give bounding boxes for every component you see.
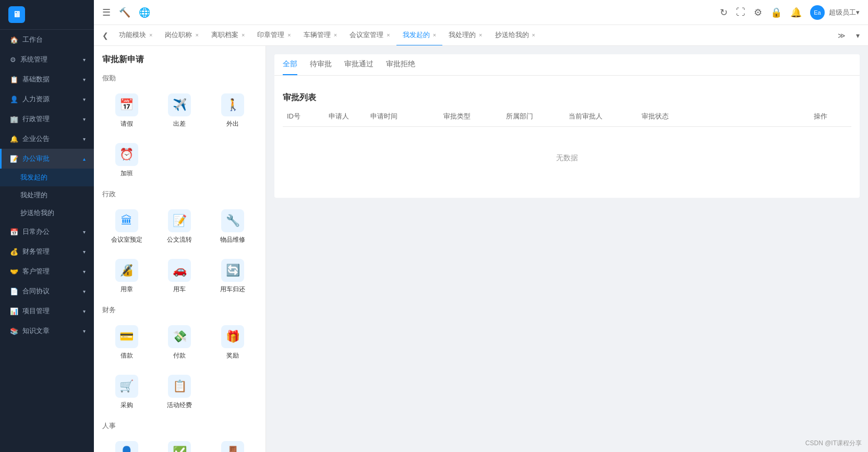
go-out-label: 外出 [226,120,239,128]
tab-close-seal-manage[interactable]: × [287,32,291,38]
doc-transfer-icon: 📝 [168,209,191,232]
sidebar-item-hr[interactable]: 👤 人力资源 ▾ [0,89,94,109]
use-seal-label: 用章 [120,285,133,294]
icon-return-car[interactable]: 🔄 用车归还 [208,254,257,299]
filter-tab-rejected[interactable]: 审批拒绝 [386,54,415,75]
sidebar-item-knowledge[interactable]: 📚 知识文章 ▾ [0,321,94,341]
tab-function-module[interactable]: 功能模块 × [113,25,159,46]
sidebar-item-finance[interactable]: 💰 财务管理 ▾ [0,242,94,261]
equipment-repair-label: 物品维修 [220,235,245,244]
tab-my-initiated[interactable]: 我发起的 × [396,25,442,46]
tab-close-resign-file[interactable]: × [242,32,245,38]
globe-icon[interactable]: 🌐 [139,7,150,18]
sidebar-item-announcement[interactable]: 🔔 企业公告 ▾ [0,129,94,149]
approval-list-panel: 全部 待审批 审批通过 审批拒绝 审批列表 ID号 [266,46,868,452]
tab-menu-dropdown[interactable]: ▾ [852,31,864,40]
tab-close-function-module[interactable]: × [149,32,152,38]
sidebar-item-customer[interactable]: 🤝 客户管理 ▾ [0,261,94,281]
leave-grid: 📅 请假 ✈️ 出差 🚶 外出 ⏰ 加班 [102,88,257,183]
sidebar-sub-item-my-initiated[interactable]: 我发起的 [0,169,94,186]
overtime-icon: ⏰ [115,143,138,166]
project-icon: 📊 [10,307,18,315]
sidebar-label-contract: 合同协议 [22,287,50,296]
user-info[interactable]: Ea 超级员工▾ [810,5,860,20]
fullscreen-icon[interactable]: ⛶ [736,7,745,18]
filter-tab-pending[interactable]: 待审批 [310,54,332,75]
use-car-icon: 🚗 [168,259,191,282]
icon-equipment-repair[interactable]: 🔧 物品维修 [208,204,257,249]
tab-close-my-handling[interactable]: × [479,32,482,38]
icon-loan[interactable]: 💳 借款 [102,320,151,365]
admin-grid: 🏛 会议室预定 📝 公文流转 🔧 物品维修 🔏 用章 🚗 用车 [102,204,257,299]
tab-vehicle-manage[interactable]: 车辆管理 × [297,25,343,46]
user-name: 超级员工▾ [829,8,860,17]
tab-nav-right[interactable]: ≫ [834,31,850,40]
tab-my-handling[interactable]: 我处理的 × [442,25,488,46]
tab-meeting-manage[interactable]: 会议室管理 × [343,25,396,46]
menu-toggle-icon[interactable]: ☰ [102,7,111,18]
tab-cc-to-me[interactable]: 抄送给我的 × [489,25,541,46]
tools-icon[interactable]: 🔨 [119,7,130,18]
tab-close-my-initiated[interactable]: × [433,32,436,38]
icon-use-car[interactable]: 🚗 用车 [155,254,204,299]
sidebar-item-office-approval[interactable]: 📝 办公审批 ▴ [0,149,94,169]
business-trip-icon: ✈️ [168,93,191,116]
sidebar-item-daily[interactable]: 📅 日常办公 ▾ [0,222,94,242]
tab-close-job-title[interactable]: × [195,32,198,38]
icon-meeting-booking[interactable]: 🏛 会议室预定 [102,204,151,249]
sidebar-label-announcement: 企业公告 [22,134,50,144]
table-header: ID号 申请人 申请时间 审批类型 所属部门 当前审批人 审批状态 操作 [283,112,851,127]
filter-tab-approved[interactable]: 审批通过 [344,54,373,75]
return-car-label: 用车归还 [220,285,245,294]
icon-activity-expense[interactable]: 📋 活动经费 [155,370,204,415]
filter-tab-all[interactable]: 全部 [283,54,297,75]
icon-purchase[interactable]: 🛒 采购 [102,370,151,415]
icon-payment[interactable]: 💸 付款 [155,320,204,365]
sidebar-sub-item-my-handling[interactable]: 我处理的 [0,186,94,204]
refresh-icon[interactable]: ↻ [720,7,728,18]
tab-close-meeting-manage[interactable]: × [387,32,390,38]
icon-use-seal[interactable]: 🔏 用章 [102,254,151,299]
lock-icon[interactable]: 🔒 [770,7,782,18]
tab-seal-manage[interactable]: 印章管理 × [251,25,297,46]
sidebar-item-admin[interactable]: 🏢 行政管理 ▾ [0,109,94,129]
tab-nav-left[interactable]: ❮ [98,31,113,40]
sidebar-item-basic-data[interactable]: 📋 基础数据 ▾ [0,69,94,89]
sidebar-item-system[interactable]: ⚙ 系统管理 ▾ [0,50,94,69]
loan-icon: 💳 [115,325,138,348]
icon-reward[interactable]: 🎁 奖励 [208,320,257,365]
tab-job-title[interactable]: 岗位职称 × [159,25,204,46]
tab-close-cc-to-me[interactable]: × [532,32,535,38]
contract-icon: 📄 [10,288,18,295]
icon-overtime[interactable]: ⏰ 加班 [102,138,151,183]
sidebar-label-basic-data: 基础数据 [22,75,50,84]
meeting-booking-icon: 🏛 [115,209,138,232]
chevron-down-icon: ▾ [83,229,86,235]
tab-resign-file[interactable]: 离职档案 × [205,25,251,46]
go-out-icon: 🚶 [221,93,244,116]
sidebar-item-contract[interactable]: 📄 合同协议 ▾ [0,281,94,301]
settings-icon[interactable]: ⚙ [754,7,762,18]
icon-go-out[interactable]: 🚶 外出 [208,88,257,134]
sidebar-item-workbench[interactable]: 🏠 工作台 [0,30,94,50]
sidebar-sub-item-cc-to-me[interactable]: 抄送给我的 [0,204,94,222]
payment-icon: 💸 [168,325,191,348]
notification-icon[interactable]: 🔔 [790,7,802,18]
chevron-down-icon: ▾ [83,289,86,294]
chevron-down-icon: ▾ [83,77,86,82]
icon-regularize[interactable]: ✅ 转正 [155,436,204,452]
empty-state: 无数据 [283,127,851,189]
chevron-down-icon: ▾ [83,308,86,314]
icon-onboard[interactable]: 👤 入职 [102,436,151,452]
onboard-icon: 👤 [115,441,138,452]
sidebar-label-admin: 行政管理 [22,114,50,124]
icon-business-trip[interactable]: ✈️ 出差 [155,88,204,134]
chevron-down-icon: ▾ [83,249,86,255]
icon-ask-leave[interactable]: 📅 请假 [102,88,151,134]
icon-resign[interactable]: 🚪 离职 [208,436,257,452]
sidebar-label-finance: 财务管理 [22,247,50,256]
tab-close-vehicle-manage[interactable]: × [334,32,337,38]
sidebar-item-project[interactable]: 📊 项目管理 ▾ [0,301,94,321]
doc-transfer-label: 公文流转 [167,235,192,244]
icon-doc-transfer[interactable]: 📝 公文流转 [155,204,204,249]
